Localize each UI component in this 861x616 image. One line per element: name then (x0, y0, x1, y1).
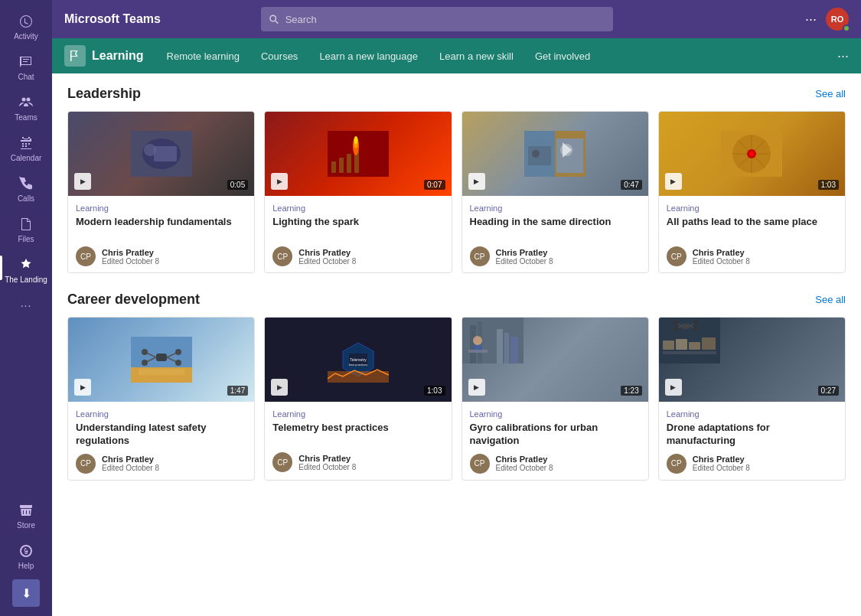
career-cards-grid: ▶ 1:47 Learning Understanding latest saf… (67, 317, 846, 481)
play-button[interactable]: ▶ (468, 379, 485, 396)
sidebar-label-files: Files (18, 235, 34, 243)
sidebar-item-files[interactable]: Files (0, 209, 52, 249)
svg-rect-72 (663, 351, 716, 354)
nav-item-remote-learning[interactable]: Remote learning (156, 38, 250, 73)
duration-badge: 0:07 (424, 180, 445, 190)
sidebar-label-store: Store (17, 521, 35, 530)
sidebar-item-activity[interactable]: Activity (0, 6, 52, 47)
svg-point-15 (354, 136, 357, 144)
nav-item-learn-skill[interactable]: Learn a new skill (429, 38, 524, 73)
card-body: Learning All paths lead to the same plac… (659, 196, 845, 272)
author-info: Chris Pratley Edited October 8 (693, 248, 750, 266)
navbar-more-button[interactable]: ··· (837, 48, 849, 64)
play-button[interactable]: ▶ (74, 173, 91, 190)
sidebar-label-calls: Calls (18, 194, 34, 203)
sidebar-label-activity: Activity (14, 32, 38, 41)
avatar-status-badge (843, 24, 850, 32)
topbar-more-button[interactable]: ··· (805, 11, 817, 28)
sidebar-item-the-landing[interactable]: The Landing (0, 249, 52, 290)
download-icon: ⬇ (21, 586, 31, 601)
play-button[interactable]: ▶ (271, 173, 288, 190)
author-info: Chris Pratley Edited October 8 (496, 248, 553, 266)
table-row[interactable]: ▶ 0:07 Learning Lighting the spark CP Ch… (264, 111, 452, 273)
card-title: Gyro calibrations for urban navigation (470, 422, 641, 448)
table-row[interactable]: ▶ 0:47 Learning Heading in the same dire… (461, 111, 649, 273)
sidebar-item-teams[interactable]: Teams (0, 87, 52, 128)
leadership-see-all[interactable]: See all (815, 88, 846, 99)
svg-rect-10 (339, 158, 344, 173)
duration-badge: 1:03 (424, 386, 445, 396)
table-row[interactable]: ▶ 0:27 Learning Drone adaptations for ma… (658, 317, 846, 481)
help-icon (17, 542, 35, 560)
card-author: CP Chris Pratley Edited October 8 (470, 454, 641, 474)
learning-flag-icon (69, 50, 81, 62)
card-author: CP Chris Pratley Edited October 8 (272, 246, 443, 266)
nav-item-courses[interactable]: Courses (250, 38, 308, 73)
table-row[interactable]: ▶ 0:05 Learning Modern leadership fundam… (67, 111, 255, 273)
sidebar-item-help[interactable]: Help (0, 536, 52, 576)
sidebar-item-calls[interactable]: Calls (0, 168, 52, 209)
card-thumbnail: ▶ 1:47 (68, 318, 254, 402)
card-author: CP Chris Pratley Edited October 8 (667, 454, 837, 474)
svg-point-1 (27, 98, 31, 102)
svg-text:best practices: best practices (349, 363, 368, 367)
card-body: Learning Gyro calibrations for urban nav… (462, 402, 648, 480)
calls-icon (17, 174, 35, 193)
card-body: Learning Modern leadership fundamentals … (68, 196, 254, 272)
table-row[interactable]: ▶ 1:23 Learning Gyro calibrations for ur… (461, 317, 649, 481)
card-title: Lighting the spark (272, 216, 443, 240)
sidebar-item-store[interactable]: Store (0, 495, 52, 536)
author-date: Edited October 8 (693, 257, 750, 266)
play-button[interactable]: ▶ (665, 173, 682, 190)
avatar[interactable]: RO (826, 8, 849, 31)
play-button[interactable]: ▶ (665, 379, 682, 396)
card-title: Modern leadership fundamentals (76, 216, 246, 240)
table-row[interactable]: ▶ 1:47 Learning Understanding latest saf… (67, 317, 255, 481)
play-button[interactable]: ▶ (271, 379, 288, 396)
sidebar-item-calendar[interactable]: Calendar (0, 128, 52, 168)
author-avatar: CP (470, 246, 490, 266)
teams-icon (17, 93, 35, 112)
duration-badge: 1:23 (621, 386, 641, 396)
svg-point-70 (673, 327, 678, 331)
table-row[interactable]: Telemetry best practices ▶ 1:03 Learning (264, 317, 452, 481)
author-date: Edited October 8 (298, 257, 356, 266)
svg-point-2 (270, 15, 276, 21)
svg-rect-9 (331, 161, 336, 173)
duration-badge: 1:47 (227, 386, 248, 396)
svg-point-39 (142, 349, 148, 355)
career-see-all[interactable]: See all (815, 294, 846, 305)
play-button[interactable]: ▶ (468, 173, 485, 190)
card-title: Heading in the same direction (470, 216, 641, 240)
nav-item-learn-language[interactable]: Learn a new language (308, 38, 429, 73)
download-button[interactable]: ⬇ (12, 579, 40, 607)
author-date: Edited October 8 (102, 464, 159, 472)
card-author: CP Chris Pratley Edited October 8 (76, 454, 246, 474)
author-name: Chris Pratley (298, 248, 356, 257)
author-avatar: CP (667, 246, 687, 266)
search-icon (269, 14, 279, 24)
author-date: Edited October 8 (496, 464, 553, 472)
svg-rect-60 (676, 339, 687, 350)
svg-rect-59 (663, 341, 674, 350)
author-avatar: CP (76, 246, 96, 266)
nav-item-get-involved[interactable]: Get involved (524, 38, 601, 73)
table-row[interactable]: ▶ 1:03 Learning All paths lead to the sa… (658, 111, 846, 273)
author-date: Edited October 8 (496, 257, 553, 266)
svg-rect-63 (682, 324, 690, 329)
play-button[interactable]: ▶ (74, 379, 91, 396)
sidebar-item-chat[interactable]: Chat (0, 47, 52, 87)
card-type: Learning (272, 409, 443, 419)
search-box[interactable] (261, 7, 613, 31)
svg-rect-51 (504, 333, 509, 363)
search-input[interactable] (285, 14, 606, 25)
card-type: Learning (76, 409, 246, 419)
thumbnail-image: Telemetry best practices (328, 337, 389, 383)
sidebar-item-more[interactable]: ··· (0, 290, 52, 321)
svg-point-71 (693, 327, 698, 331)
svg-point-42 (175, 360, 181, 366)
author-avatar: CP (272, 452, 292, 472)
author-info: Chris Pratley Edited October 8 (693, 455, 750, 472)
svg-rect-52 (510, 337, 518, 363)
author-name: Chris Pratley (496, 455, 553, 464)
